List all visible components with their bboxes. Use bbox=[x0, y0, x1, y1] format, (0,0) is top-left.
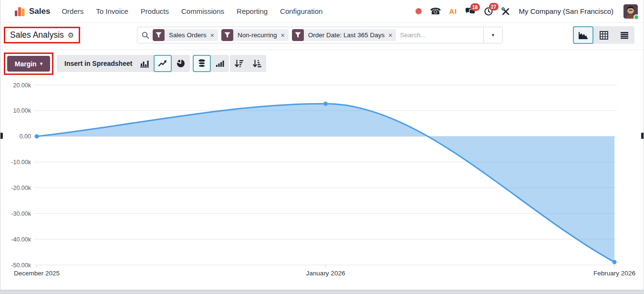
clipped-edge-artifact-right bbox=[641, 133, 644, 139]
line-chart-button[interactable] bbox=[154, 55, 172, 72]
svg-text:-30.00k: -30.00k bbox=[11, 210, 31, 217]
sort-amount-desc-icon bbox=[234, 59, 244, 68]
svg-text:10.00k: 10.00k bbox=[13, 107, 31, 114]
menu-item-configuration[interactable]: Configuration bbox=[280, 7, 322, 15]
sort-amount-asc-icon bbox=[252, 59, 262, 68]
measure-label: Margin bbox=[15, 60, 37, 68]
menu-item-products[interactable]: Products bbox=[141, 7, 169, 15]
chevron-down-icon: ▾ bbox=[40, 61, 43, 67]
page-title: Sales Analysis bbox=[10, 30, 64, 40]
svg-text:0.00: 0.00 bbox=[20, 133, 31, 140]
control-panel: Sales Analysis ⚙ Sales Orders × Non-recu… bbox=[0, 23, 644, 50]
filter-funnel-icon bbox=[221, 29, 233, 41]
svg-text:-20.00k: -20.00k bbox=[11, 185, 31, 191]
svg-text:-10.00k: -10.00k bbox=[11, 159, 31, 166]
annotation-box-title: Sales Analysis ⚙ bbox=[4, 27, 80, 43]
sales-app-icon bbox=[15, 6, 25, 17]
clipped-edge-artifact-left bbox=[0, 133, 3, 139]
bar-chart-icon bbox=[140, 59, 149, 68]
filter-label: Sales Orders bbox=[165, 29, 210, 41]
pie-chart-button[interactable] bbox=[172, 55, 190, 72]
stacked-toggle-button[interactable] bbox=[193, 55, 211, 72]
menu-item-to-invoice[interactable]: To Invoice bbox=[96, 7, 128, 15]
online-status-dot bbox=[634, 14, 639, 20]
menu-item-commissions[interactable]: Commissions bbox=[181, 7, 224, 15]
view-switcher bbox=[573, 26, 634, 44]
svg-text:January 2026: January 2026 bbox=[306, 270, 345, 277]
app-switcher[interactable]: Sales bbox=[15, 6, 50, 17]
top-nav-bar: Sales Orders To Invoice Products Commiss… bbox=[0, 0, 644, 23]
developer-tools-icon[interactable] bbox=[501, 7, 510, 16]
svg-text:-40.00k: -40.00k bbox=[11, 236, 31, 243]
messages-icon[interactable]: 18 bbox=[465, 7, 476, 16]
activities-badge: 27 bbox=[489, 3, 499, 10]
search-bar[interactable]: Sales Orders × Non-recurring × Order Dat… bbox=[137, 27, 503, 43]
remove-filter-icon[interactable]: × bbox=[280, 29, 289, 41]
graph-view-button[interactable] bbox=[573, 26, 593, 44]
wrench-screwdriver-icon bbox=[501, 7, 510, 16]
search-icon bbox=[142, 32, 149, 39]
activities-clock-icon[interactable]: 27 bbox=[484, 7, 493, 16]
messages-badge: 18 bbox=[470, 3, 480, 11]
systray: ☎ AI 18 27 bbox=[415, 4, 638, 19]
area-chart-icon bbox=[578, 31, 589, 40]
sort-ascending-button[interactable] bbox=[248, 55, 266, 72]
gear-icon[interactable]: ⚙ bbox=[68, 32, 74, 39]
sort-descending-button[interactable] bbox=[230, 55, 248, 72]
filter-label: Non-recurring bbox=[233, 29, 280, 41]
list-icon bbox=[620, 32, 629, 39]
svg-text:December 2025: December 2025 bbox=[14, 270, 60, 277]
filter-funnel-icon bbox=[153, 29, 165, 41]
chevron-down-icon: ▾ bbox=[492, 32, 495, 38]
recording-indicator-icon[interactable] bbox=[415, 8, 422, 14]
svg-text:-50.00k: -50.00k bbox=[11, 262, 31, 269]
filter-tag-order-date[interactable]: Order Date: Last 365 Days × bbox=[292, 29, 396, 41]
margin-line-chart[interactable]: 20.00k10.00k0.00-10.00k-20.00k-30.00k-40… bbox=[0, 79, 644, 291]
main-menu: Orders To Invoice Products Commissions R… bbox=[62, 7, 322, 15]
filter-label: Order Date: Last 365 Days bbox=[304, 29, 388, 41]
search-input[interactable] bbox=[396, 32, 483, 39]
app-name[interactable]: Sales bbox=[29, 7, 50, 16]
sort-group bbox=[230, 55, 266, 72]
remove-filter-icon[interactable]: × bbox=[388, 29, 396, 41]
voip-phone-icon[interactable]: ☎ bbox=[430, 7, 441, 16]
cumulative-toggle-button[interactable] bbox=[211, 55, 229, 72]
pivot-table-icon bbox=[599, 31, 609, 40]
chart-type-group bbox=[135, 55, 190, 72]
search-options-toggle[interactable]: ▾ bbox=[483, 27, 502, 43]
insert-in-spreadsheet-button[interactable]: Insert in Spreadsheet bbox=[57, 55, 140, 72]
stacked-database-icon bbox=[197, 59, 206, 68]
ascending-bars-icon bbox=[215, 59, 225, 68]
company-switcher[interactable]: My Company (San Francisco) bbox=[519, 7, 613, 15]
pie-chart-icon bbox=[177, 59, 185, 68]
filter-tag-sales-orders[interactable]: Sales Orders × bbox=[153, 29, 218, 41]
filter-tag-non-recurring[interactable]: Non-recurring × bbox=[221, 29, 289, 41]
svg-text:20.00k: 20.00k bbox=[13, 82, 31, 89]
measure-dropdown-button[interactable]: Margin ▾ bbox=[7, 56, 50, 72]
chart-option-group bbox=[193, 55, 229, 72]
user-menu[interactable] bbox=[623, 4, 638, 19]
sales-analysis-page: Sales Orders To Invoice Products Commiss… bbox=[0, 0, 644, 294]
window-bottom-edge bbox=[0, 290, 644, 294]
filter-funnel-icon bbox=[292, 29, 304, 41]
bar-chart-button[interactable] bbox=[135, 55, 154, 72]
menu-item-reporting[interactable]: Reporting bbox=[237, 7, 268, 15]
svg-text:February 2026: February 2026 bbox=[593, 270, 635, 277]
line-chart-icon bbox=[158, 59, 167, 68]
pivot-view-button[interactable] bbox=[593, 26, 614, 44]
ai-assistant-icon[interactable]: AI bbox=[449, 7, 457, 15]
remove-filter-icon[interactable]: × bbox=[210, 29, 218, 41]
annotation-box-measure: Margin ▾ bbox=[4, 52, 53, 75]
list-view-button[interactable] bbox=[614, 26, 634, 44]
menu-item-orders[interactable]: Orders bbox=[62, 7, 83, 15]
